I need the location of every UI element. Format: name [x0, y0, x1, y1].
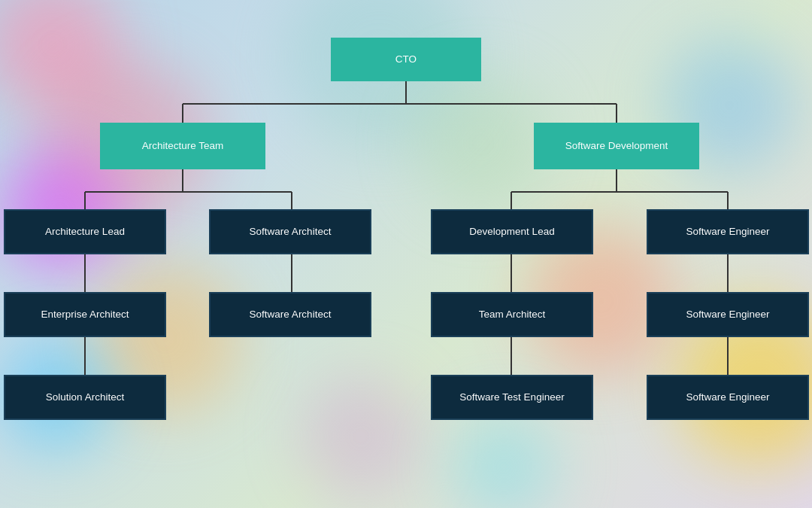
- cto-node: CTO: [331, 38, 481, 81]
- software-architect-2-label: Software Architect: [250, 308, 332, 321]
- team-architect-node: Team Architect: [431, 292, 593, 337]
- software-engineer-1-label: Software Engineer: [686, 225, 769, 239]
- software-engineer-1-node: Software Engineer: [647, 209, 809, 254]
- software-development-node: Software Development: [534, 123, 699, 169]
- solution-architect-node: Solution Architect: [4, 375, 166, 420]
- software-engineer-3-node: Software Engineer: [647, 375, 809, 420]
- team-architect-label: Team Architect: [479, 308, 546, 321]
- software-architect-1-node: Software Architect: [209, 209, 371, 254]
- software-architect-2-node: Software Architect: [209, 292, 371, 337]
- org-chart: CTO Architecture Team Software Developme…: [0, 0, 812, 508]
- development-lead-node: Development Lead: [431, 209, 593, 254]
- software-test-engineer-label: Software Test Engineer: [459, 391, 564, 404]
- architecture-team-node: Architecture Team: [100, 123, 265, 169]
- software-engineer-2-label: Software Engineer: [686, 308, 769, 321]
- solution-architect-label: Solution Architect: [46, 391, 124, 404]
- development-lead-label: Development Lead: [469, 225, 554, 239]
- software-development-label: Software Development: [565, 139, 668, 153]
- software-engineer-2-node: Software Engineer: [647, 292, 809, 337]
- enterprise-architect-label: Enterprise Architect: [41, 308, 129, 321]
- architecture-lead-label: Architecture Lead: [45, 225, 125, 239]
- software-engineer-3-label: Software Engineer: [686, 391, 769, 404]
- enterprise-architect-node: Enterprise Architect: [4, 292, 166, 337]
- software-architect-1-label: Software Architect: [250, 225, 332, 239]
- software-test-engineer-node: Software Test Engineer: [431, 375, 593, 420]
- architecture-lead-node: Architecture Lead: [4, 209, 166, 254]
- cto-label: CTO: [395, 53, 417, 66]
- architecture-team-label: Architecture Team: [142, 139, 224, 153]
